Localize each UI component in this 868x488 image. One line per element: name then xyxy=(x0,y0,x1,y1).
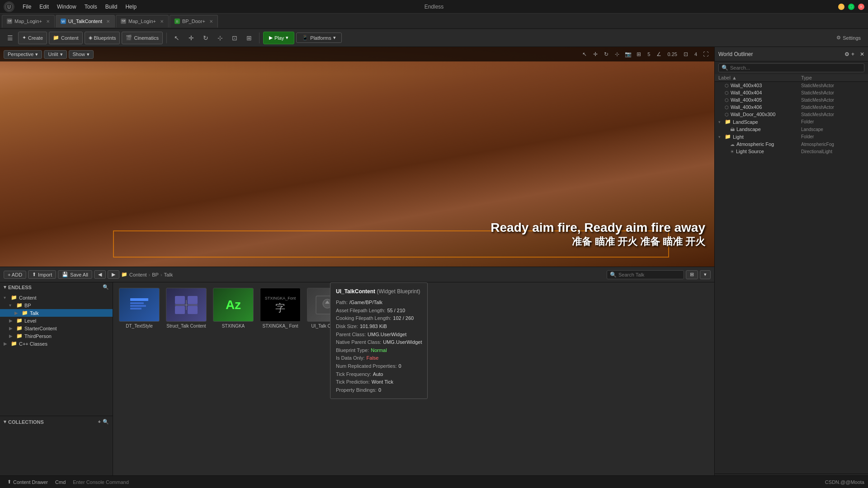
outliner-name-fog: Atmospheric Fog xyxy=(736,141,799,147)
menu-edit[interactable]: Edit xyxy=(36,3,52,11)
vp-scale-icon[interactable]: ⊹ xyxy=(612,49,622,59)
light-icon: ☀ xyxy=(730,149,734,154)
tab-bp-door[interactable]: B BP_Door+ ✕ xyxy=(170,15,218,28)
maximize-button[interactable]: □ xyxy=(848,4,854,10)
nav-back-button[interactable]: ◀ xyxy=(94,270,106,279)
outliner-item-light-folder[interactable]: ▾ 📁 Light Folder xyxy=(715,133,868,141)
snap-button[interactable]: ⊞ xyxy=(243,32,255,44)
select-tool-button[interactable]: ↖ xyxy=(170,32,183,44)
scale-tool-button[interactable]: ⊹ xyxy=(214,32,226,44)
tab-icon-bp: B xyxy=(175,19,180,24)
outliner-settings-icon[interactable]: ⚙ xyxy=(844,51,849,57)
show-button[interactable]: Show ▾ xyxy=(69,50,94,59)
vp-select-icon[interactable]: ↖ xyxy=(580,49,590,59)
menu-file[interactable]: File xyxy=(19,3,35,11)
settings-button[interactable]: ⚙ Settings xyxy=(833,33,864,42)
outliner-item-landscape-folder[interactable]: ▾ 📁 LandScape Folder xyxy=(715,118,868,126)
import-button[interactable]: ⬆ Import xyxy=(28,270,56,279)
add-button[interactable]: + ADD xyxy=(4,271,26,279)
tree-item-cpp[interactable]: ▶ 📁 C++ Classes xyxy=(0,340,113,347)
close-button[interactable]: ✕ xyxy=(858,4,864,10)
console-input[interactable] xyxy=(69,479,825,485)
rotate-tool-button[interactable]: ↻ xyxy=(199,32,212,44)
breadcrumb-talk[interactable]: Talk xyxy=(164,272,173,277)
breadcrumb-bp[interactable]: BP xyxy=(152,272,159,277)
cinematics-button[interactable]: 🎬 Cinematics xyxy=(122,32,162,44)
vp-translate-icon[interactable]: ✛ xyxy=(590,49,600,59)
viewport[interactable]: Perspective ▾ Unlit ▾ Show ▾ ↖ ✛ ↻ ⊹ 📷 xyxy=(0,47,714,267)
asset-item-struct[interactable]: Struct_Talk Content xyxy=(164,286,209,331)
outliner-search-bar[interactable]: 🔍 xyxy=(718,63,864,72)
nav-forward-button[interactable]: ▶ xyxy=(108,270,119,279)
tab-close-3[interactable]: ✕ xyxy=(160,19,164,24)
transform-button[interactable]: ⊡ xyxy=(228,32,241,44)
outliner-item-wall404[interactable]: ⬡ Wall_400x404 StaticMeshActor xyxy=(715,89,868,96)
vp-angle-icon[interactable]: ∠ xyxy=(654,49,664,59)
tab-close-4[interactable]: ✕ xyxy=(209,19,213,24)
content-drawer-button[interactable]: ⬆ Content Drawer xyxy=(4,479,52,485)
asset-item-stxingka[interactable]: Az STXINGKA xyxy=(211,286,256,331)
outliner-item-landscape[interactable]: 🏔 Landscape Landscape xyxy=(715,126,868,133)
vp-camera-icon[interactable]: 📷 xyxy=(623,49,633,59)
outliner-item-light-source[interactable]: ☀ Light Source DirectionalLight xyxy=(715,148,868,155)
vp-scale2-icon[interactable]: ⊡ xyxy=(681,49,691,59)
blueprints-button[interactable]: ◈ Blueprints xyxy=(85,32,120,44)
asset-item-dt-textstyle[interactable]: DT_TextStyle xyxy=(117,286,162,331)
tab-close-2[interactable]: ✕ xyxy=(106,19,110,24)
collections-arrow[interactable]: ▾ xyxy=(4,419,6,425)
sidebar-toggle-button[interactable]: ☰ xyxy=(4,32,16,44)
search-input[interactable] xyxy=(618,272,681,277)
outliner-item-walldoor[interactable]: ⬡ Wall_Door_400x300 StaticMeshActor xyxy=(715,111,868,118)
menu-tools[interactable]: Tools xyxy=(81,3,101,11)
vp-maximize-icon[interactable]: ⛶ xyxy=(701,49,711,59)
outliner-close-button[interactable]: ✕ xyxy=(860,51,864,57)
asset-label-2: Struct_Talk Content xyxy=(166,323,206,329)
menu-window[interactable]: Window xyxy=(53,3,80,11)
outliner-item-wall405[interactable]: ⬡ Wall_400x405 StaticMeshActor xyxy=(715,96,868,103)
tab-ui-talk[interactable]: W UI_TalkContent ✕ xyxy=(56,15,115,28)
search-bar[interactable]: 🔍 xyxy=(607,270,684,279)
filter-button[interactable]: ▾ xyxy=(700,270,711,279)
outliner-item-wall403[interactable]: ⬡ Wall_400x403 StaticMeshActor xyxy=(715,82,868,89)
perspective-button[interactable]: Perspective ▾ xyxy=(4,50,42,59)
unlit-button[interactable]: Unlit ▾ xyxy=(44,50,66,59)
outliner-search-input[interactable] xyxy=(730,65,861,70)
collections-add-button[interactable]: + xyxy=(98,419,101,425)
save-all-button[interactable]: 💾 Save All xyxy=(58,270,92,279)
world-outliner-panel: World Outliner ⚙ + ✕ 🔍 Label ▲ Type ⬡ Wa… xyxy=(714,47,868,488)
tree-item-starter[interactable]: ▶ 📁 StarterContent xyxy=(0,324,113,332)
tree-search-button[interactable]: 🔍 xyxy=(103,284,109,290)
tab-map-login-2[interactable]: 🗺 Map_Login+ ✕ xyxy=(116,15,169,28)
tree-item-talk[interactable]: ▶ 📁 Talk xyxy=(0,309,113,317)
tooltip-key-nativeparent: Native Parent Class: xyxy=(336,338,381,347)
tab-map-login-1[interactable]: 🗺 Map_Login+ ✕ xyxy=(2,15,55,28)
collections-search-button[interactable]: 🔍 xyxy=(103,419,109,425)
move-tool-button[interactable]: ✛ xyxy=(185,32,198,44)
outliner-type-walldoor: StaticMeshActor xyxy=(801,112,864,117)
vp-rotate-icon[interactable]: ↻ xyxy=(601,49,611,59)
fog-icon: ☁ xyxy=(730,142,735,147)
content-drawer-icon: ⬆ xyxy=(7,479,11,485)
menu-help[interactable]: Help xyxy=(122,3,140,11)
tab-close-1[interactable]: ✕ xyxy=(46,19,50,24)
tree-item-thirdperson[interactable]: ▶ 📁 ThirdPerson xyxy=(0,332,113,340)
vp-grid-icon[interactable]: ⊞ xyxy=(634,49,644,59)
tree-item-content[interactable]: ▾ 📁 Content xyxy=(0,294,113,301)
outliner-add-icon[interactable]: + xyxy=(851,51,854,57)
play-button[interactable]: ▶ Play ▾ xyxy=(263,32,294,44)
svg-text:U: U xyxy=(7,5,10,9)
platforms-button[interactable]: 📱 Platforms ▾ xyxy=(296,33,341,43)
outliner-item-wall406[interactable]: ⬡ Wall_400x406 StaticMeshActor xyxy=(715,103,868,111)
minimize-button[interactable]: ─ xyxy=(838,4,844,10)
menu-build[interactable]: Build xyxy=(102,3,121,11)
tree-item-bp[interactable]: ▾ 📁 BP xyxy=(0,301,113,309)
outliner-type-fog: AtmosphericFog xyxy=(801,142,864,147)
view-options-button[interactable]: ⊞ xyxy=(686,270,698,279)
create-button[interactable]: ✦ Create xyxy=(18,32,47,44)
outliner-item-atmos-fog[interactable]: ☁ Atmospheric Fog AtmosphericFog xyxy=(715,141,868,148)
tree-item-level[interactable]: ▶ 📁 Level xyxy=(0,317,113,324)
breadcrumb-content[interactable]: Content xyxy=(129,272,147,277)
asset-item-stxingka-font[interactable]: STXINGKA_Font 字 STXINGKA_ Font xyxy=(258,286,303,331)
content-button[interactable]: 📁 Content xyxy=(49,32,83,44)
tree-collapse-icon[interactable]: ▾ xyxy=(4,284,6,290)
